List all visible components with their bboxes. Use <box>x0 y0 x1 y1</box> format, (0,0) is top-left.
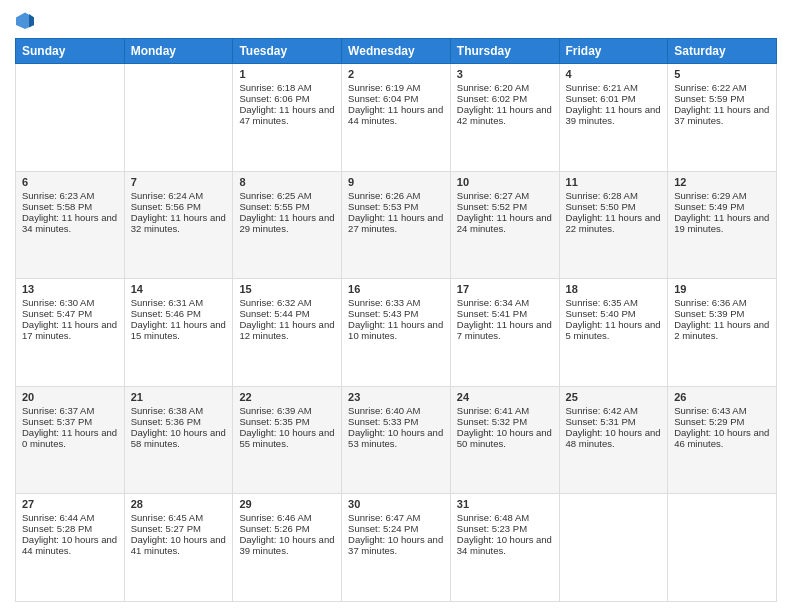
sunrise-text: Sunrise: 6:38 AM <box>131 405 203 416</box>
calendar-cell: 24 Sunrise: 6:41 AM Sunset: 5:32 PM Dayl… <box>450 386 559 494</box>
day-number: 16 <box>348 283 444 295</box>
daylight-text: Daylight: 11 hours and 47 minutes. <box>239 104 334 126</box>
day-number: 30 <box>348 498 444 510</box>
sunset-text: Sunset: 6:06 PM <box>239 93 309 104</box>
calendar-cell: 19 Sunrise: 6:36 AM Sunset: 5:39 PM Dayl… <box>668 279 777 387</box>
sunrise-text: Sunrise: 6:46 AM <box>239 512 311 523</box>
sunset-text: Sunset: 5:35 PM <box>239 416 309 427</box>
sunset-text: Sunset: 5:29 PM <box>674 416 744 427</box>
daylight-text: Daylight: 10 hours and 50 minutes. <box>457 427 552 449</box>
logo <box>15 10 39 30</box>
sunrise-text: Sunrise: 6:30 AM <box>22 297 94 308</box>
daylight-text: Daylight: 11 hours and 12 minutes. <box>239 319 334 341</box>
day-number: 28 <box>131 498 227 510</box>
sunrise-text: Sunrise: 6:44 AM <box>22 512 94 523</box>
day-number: 4 <box>566 68 662 80</box>
sunset-text: Sunset: 5:41 PM <box>457 308 527 319</box>
calendar-cell: 12 Sunrise: 6:29 AM Sunset: 5:49 PM Dayl… <box>668 171 777 279</box>
day-number: 26 <box>674 391 770 403</box>
calendar-cell: 11 Sunrise: 6:28 AM Sunset: 5:50 PM Dayl… <box>559 171 668 279</box>
sunrise-text: Sunrise: 6:21 AM <box>566 82 638 93</box>
day-number: 5 <box>674 68 770 80</box>
sunset-text: Sunset: 5:52 PM <box>457 201 527 212</box>
daylight-text: Daylight: 11 hours and 0 minutes. <box>22 427 117 449</box>
week-row-4: 20 Sunrise: 6:37 AM Sunset: 5:37 PM Dayl… <box>16 386 777 494</box>
calendar-cell: 31 Sunrise: 6:48 AM Sunset: 5:23 PM Dayl… <box>450 494 559 602</box>
day-header-sunday: Sunday <box>16 39 125 64</box>
day-number: 3 <box>457 68 553 80</box>
day-number: 11 <box>566 176 662 188</box>
daylight-text: Daylight: 11 hours and 32 minutes. <box>131 212 226 234</box>
daylight-text: Daylight: 11 hours and 22 minutes. <box>566 212 661 234</box>
day-number: 25 <box>566 391 662 403</box>
sunrise-text: Sunrise: 6:18 AM <box>239 82 311 93</box>
daylight-text: Daylight: 10 hours and 58 minutes. <box>131 427 226 449</box>
sunset-text: Sunset: 5:36 PM <box>131 416 201 427</box>
calendar-cell: 18 Sunrise: 6:35 AM Sunset: 5:40 PM Dayl… <box>559 279 668 387</box>
daylight-text: Daylight: 11 hours and 44 minutes. <box>348 104 443 126</box>
calendar-cell: 3 Sunrise: 6:20 AM Sunset: 6:02 PM Dayli… <box>450 64 559 172</box>
calendar-cell: 1 Sunrise: 6:18 AM Sunset: 6:06 PM Dayli… <box>233 64 342 172</box>
calendar-cell: 9 Sunrise: 6:26 AM Sunset: 5:53 PM Dayli… <box>342 171 451 279</box>
page: SundayMondayTuesdayWednesdayThursdayFrid… <box>0 0 792 612</box>
day-number: 2 <box>348 68 444 80</box>
sunset-text: Sunset: 5:33 PM <box>348 416 418 427</box>
day-number: 31 <box>457 498 553 510</box>
sunrise-text: Sunrise: 6:37 AM <box>22 405 94 416</box>
sunset-text: Sunset: 5:24 PM <box>348 523 418 534</box>
calendar-cell: 7 Sunrise: 6:24 AM Sunset: 5:56 PM Dayli… <box>124 171 233 279</box>
sunrise-text: Sunrise: 6:26 AM <box>348 190 420 201</box>
day-number: 10 <box>457 176 553 188</box>
daylight-text: Daylight: 11 hours and 10 minutes. <box>348 319 443 341</box>
sunset-text: Sunset: 5:28 PM <box>22 523 92 534</box>
sunset-text: Sunset: 5:56 PM <box>131 201 201 212</box>
daylight-text: Daylight: 10 hours and 39 minutes. <box>239 534 334 556</box>
daylight-text: Daylight: 11 hours and 2 minutes. <box>674 319 769 341</box>
sunrise-text: Sunrise: 6:34 AM <box>457 297 529 308</box>
calendar-cell: 4 Sunrise: 6:21 AM Sunset: 6:01 PM Dayli… <box>559 64 668 172</box>
daylight-text: Daylight: 11 hours and 7 minutes. <box>457 319 552 341</box>
daylight-text: Daylight: 11 hours and 42 minutes. <box>457 104 552 126</box>
sunrise-text: Sunrise: 6:35 AM <box>566 297 638 308</box>
daylight-text: Daylight: 11 hours and 37 minutes. <box>674 104 769 126</box>
sunset-text: Sunset: 6:04 PM <box>348 93 418 104</box>
day-number: 20 <box>22 391 118 403</box>
daylight-text: Daylight: 11 hours and 19 minutes. <box>674 212 769 234</box>
daylight-text: Daylight: 11 hours and 15 minutes. <box>131 319 226 341</box>
calendar-cell: 17 Sunrise: 6:34 AM Sunset: 5:41 PM Dayl… <box>450 279 559 387</box>
day-header-tuesday: Tuesday <box>233 39 342 64</box>
day-header-saturday: Saturday <box>668 39 777 64</box>
day-header-friday: Friday <box>559 39 668 64</box>
header <box>15 10 777 30</box>
sunset-text: Sunset: 5:46 PM <box>131 308 201 319</box>
daylight-text: Daylight: 10 hours and 46 minutes. <box>674 427 769 449</box>
day-number: 7 <box>131 176 227 188</box>
daylight-text: Daylight: 11 hours and 17 minutes. <box>22 319 117 341</box>
sunset-text: Sunset: 5:58 PM <box>22 201 92 212</box>
daylight-text: Daylight: 11 hours and 34 minutes. <box>22 212 117 234</box>
day-number: 6 <box>22 176 118 188</box>
sunset-text: Sunset: 5:59 PM <box>674 93 744 104</box>
sunrise-text: Sunrise: 6:48 AM <box>457 512 529 523</box>
week-row-2: 6 Sunrise: 6:23 AM Sunset: 5:58 PM Dayli… <box>16 171 777 279</box>
daylight-text: Daylight: 10 hours and 55 minutes. <box>239 427 334 449</box>
daylight-text: Daylight: 11 hours and 29 minutes. <box>239 212 334 234</box>
calendar-cell: 30 Sunrise: 6:47 AM Sunset: 5:24 PM Dayl… <box>342 494 451 602</box>
calendar-cell: 15 Sunrise: 6:32 AM Sunset: 5:44 PM Dayl… <box>233 279 342 387</box>
day-number: 1 <box>239 68 335 80</box>
sunset-text: Sunset: 6:01 PM <box>566 93 636 104</box>
sunset-text: Sunset: 5:49 PM <box>674 201 744 212</box>
daylight-text: Daylight: 10 hours and 34 minutes. <box>457 534 552 556</box>
sunset-text: Sunset: 5:40 PM <box>566 308 636 319</box>
calendar-cell: 27 Sunrise: 6:44 AM Sunset: 5:28 PM Dayl… <box>16 494 125 602</box>
sunrise-text: Sunrise: 6:20 AM <box>457 82 529 93</box>
sunset-text: Sunset: 5:43 PM <box>348 308 418 319</box>
calendar-cell: 14 Sunrise: 6:31 AM Sunset: 5:46 PM Dayl… <box>124 279 233 387</box>
calendar-cell <box>16 64 125 172</box>
calendar-cell: 29 Sunrise: 6:46 AM Sunset: 5:26 PM Dayl… <box>233 494 342 602</box>
calendar-cell: 8 Sunrise: 6:25 AM Sunset: 5:55 PM Dayli… <box>233 171 342 279</box>
sunset-text: Sunset: 5:31 PM <box>566 416 636 427</box>
sunrise-text: Sunrise: 6:31 AM <box>131 297 203 308</box>
sunrise-text: Sunrise: 6:19 AM <box>348 82 420 93</box>
calendar-cell: 10 Sunrise: 6:27 AM Sunset: 5:52 PM Dayl… <box>450 171 559 279</box>
